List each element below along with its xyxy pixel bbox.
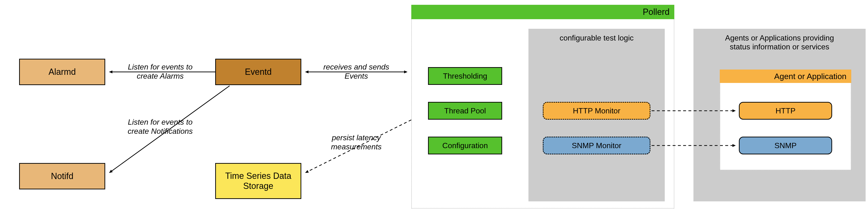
- alarmd-node: Alarmd: [19, 59, 105, 85]
- http-monitor-node: HTTP Monitor: [543, 102, 650, 120]
- notifd-label: Notifd: [51, 171, 73, 181]
- agents-panel-label: Agents or Applications providing status …: [698, 33, 861, 51]
- tsds-label: Time Series Data Storage: [216, 171, 301, 191]
- edge-persist-label: persist latency measurements: [311, 133, 402, 152]
- agent-container: [720, 70, 851, 170]
- eventd-label: Eventd: [245, 67, 272, 77]
- snmp-agent-label: SNMP: [775, 141, 797, 150]
- agent-title: Agent or Application: [774, 72, 846, 81]
- snmp-agent-node: SNMP: [739, 137, 832, 154]
- tsds-node: Time Series Data Storage: [215, 163, 301, 199]
- snmp-monitor-label: SNMP Monitor: [572, 141, 621, 150]
- edge-notifications-text: Listen for events to create Notification…: [128, 118, 193, 135]
- threadpool-label: Thread Pool: [444, 106, 486, 115]
- configuration-label: Configuration: [442, 141, 488, 150]
- edge-alarms-text: Listen for events to create Alarms: [128, 62, 192, 80]
- thresholding-node: Thresholding: [428, 67, 502, 85]
- test-logic-label: configurable test logic: [528, 33, 665, 43]
- thresholding-label: Thresholding: [443, 72, 487, 81]
- http-agent-node: HTTP: [739, 102, 832, 120]
- eventd-node: Eventd: [215, 59, 301, 85]
- edge-events-text: receives and sends Events: [323, 62, 389, 80]
- notifd-node: Notifd: [19, 163, 105, 189]
- pollerd-header: Pollerd: [411, 5, 674, 19]
- agents-panel-text: Agents or Applications providing status …: [725, 33, 834, 51]
- threadpool-node: Thread Pool: [428, 102, 502, 120]
- snmp-monitor-node: SNMP Monitor: [543, 137, 650, 154]
- edge-persist-text: persist latency measurements: [331, 133, 382, 151]
- pollerd-title: Pollerd: [643, 7, 670, 17]
- edge-notifications-label: Listen for events to create Notification…: [115, 117, 206, 136]
- http-monitor-label: HTTP Monitor: [573, 106, 621, 115]
- edge-events-label: receives and sends Events: [311, 62, 402, 81]
- agent-header: Agent or Application: [720, 70, 851, 83]
- test-logic-text: configurable test logic: [560, 33, 634, 42]
- configuration-node: Configuration: [428, 137, 502, 154]
- http-agent-label: HTTP: [775, 106, 796, 115]
- alarmd-label: Alarmd: [49, 67, 76, 77]
- edge-alarms-label: Listen for events to create Alarms: [115, 62, 206, 81]
